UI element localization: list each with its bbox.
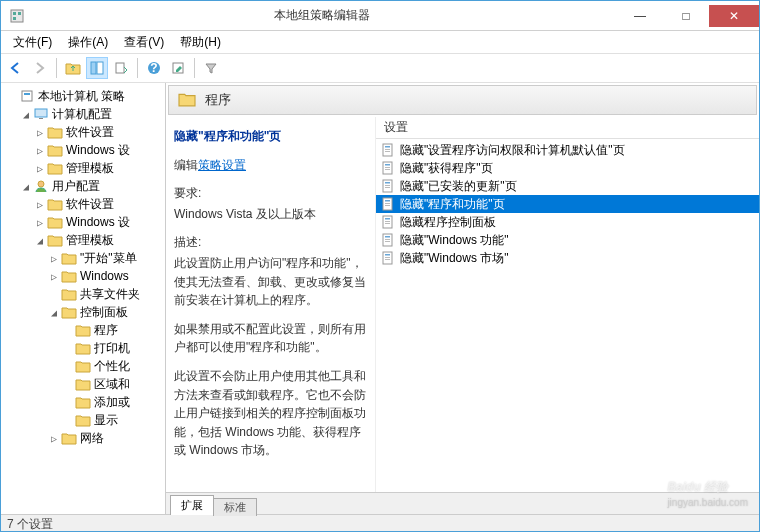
policy-item-icon [380,178,396,194]
tree-item[interactable]: ▷Windows [1,267,165,285]
list-row[interactable]: 隐藏程序控制面板 [376,213,759,231]
svg-rect-25 [385,185,390,186]
tree-item[interactable]: ▷管理模板 [1,159,165,177]
folder-icon [75,376,91,392]
tree-item[interactable]: ▷Windows 设 [1,213,165,231]
svg-rect-40 [385,254,390,256]
tree-item[interactable]: 显示 [1,411,165,429]
svg-rect-28 [385,200,390,202]
tree-expander[interactable]: ▷ [47,253,61,264]
tree-expander[interactable]: ▷ [33,163,47,174]
list-row[interactable]: 隐藏"已安装的更新"页 [376,177,759,195]
help-button[interactable]: ? [143,57,165,79]
svg-rect-1 [13,12,16,15]
list-row[interactable]: 隐藏"获得程序"页 [376,159,759,177]
menu-action[interactable]: 操作(A) [60,32,116,53]
section-header: 程序 [168,85,757,115]
tree-label: Windows 设 [66,214,130,231]
list-row[interactable]: 隐藏"Windows 市场" [376,249,759,267]
folder-icon [61,250,77,266]
tree-expander[interactable]: ▷ [47,433,61,444]
tree-label: 管理模板 [66,160,114,177]
tree-item[interactable]: ▷软件设置 [1,195,165,213]
description-text: 此设置不会防止用户使用其他工具和方法来查看或卸载程序。它也不会防止用户链接到相关… [174,367,367,460]
svg-rect-3 [13,17,16,20]
menu-bar: 文件(F) 操作(A) 查看(V) 帮助(H) [1,31,759,53]
maximize-button[interactable]: □ [663,5,709,27]
svg-rect-42 [385,259,390,260]
tree-item[interactable]: ▷Windows 设 [1,141,165,159]
tree-control-panel[interactable]: ◢控制面板 [1,303,165,321]
svg-rect-24 [385,182,390,184]
tree-expander[interactable]: ◢ [19,109,33,120]
tab-extended[interactable]: 扩展 [170,495,214,515]
tab-standard[interactable]: 标准 [213,498,257,516]
tree-item[interactable]: ▷"开始"菜单 [1,249,165,267]
folder-icon [47,196,63,212]
policy-item-icon [380,160,396,176]
list-row[interactable]: 隐藏"Windows 功能" [376,231,759,249]
filter-button[interactable] [200,57,222,79]
tree-admin-templates[interactable]: ◢管理模板 [1,231,165,249]
svg-point-14 [38,181,44,187]
tree-expander[interactable]: ◢ [47,307,61,318]
tree-expander[interactable]: ▷ [33,217,47,228]
tree-expander[interactable]: ▷ [47,271,61,282]
tree-item[interactable]: 个性化 [1,357,165,375]
tree-item[interactable]: 添加或 [1,393,165,411]
tree-item[interactable]: 共享文件夹 [1,285,165,303]
up-button[interactable] [62,57,84,79]
menu-help[interactable]: 帮助(H) [172,32,229,53]
tree-computer-config[interactable]: ◢计算机配置 [1,105,165,123]
edit-policy-link[interactable]: 策略设置 [198,158,246,172]
tree-expander[interactable]: ◢ [19,181,33,192]
list-row[interactable]: 隐藏"设置程序访问权限和计算机默认值"页 [376,141,759,159]
tree-expander[interactable]: ◢ [33,235,47,246]
svg-rect-37 [385,239,390,240]
show-hide-tree-button[interactable] [86,57,108,79]
tree-label: 打印机 [94,340,130,357]
folder-icon [47,214,63,230]
policy-icon [19,88,35,104]
list-row[interactable]: 隐藏"程序和功能"页 [376,195,759,213]
detail-pane: 程序 隐藏"程序和功能"页 编辑策略设置 要求: Windows Vista 及… [166,83,759,514]
folder-icon [47,232,63,248]
folder-icon [177,91,197,110]
app-icon [7,6,27,26]
menu-file[interactable]: 文件(F) [5,32,60,53]
column-label: 设置 [384,119,408,136]
description-text: 如果禁用或不配置此设置，则所有用户都可以使用"程序和功能"。 [174,320,367,357]
export-button[interactable] [110,57,132,79]
tree-label: 管理模板 [66,232,114,249]
tree-expander[interactable]: ▷ [33,145,47,156]
tree-item[interactable]: 区域和 [1,375,165,393]
close-button[interactable]: ✕ [709,5,759,27]
menu-view[interactable]: 查看(V) [116,32,172,53]
tree-root[interactable]: 本地计算机 策略 [1,87,165,105]
minimize-button[interactable]: — [617,5,663,27]
tree-item[interactable]: ▷软件设置 [1,123,165,141]
toolbar: ? [1,53,759,83]
tree-user-config[interactable]: ◢用户配置 [1,177,165,195]
tree-expander[interactable]: ▷ [33,199,47,210]
svg-rect-18 [385,151,390,152]
computer-icon [33,106,49,122]
tree-item[interactable]: ▷网络 [1,429,165,447]
svg-rect-12 [35,109,47,117]
status-text: 7 个设置 [7,516,53,532]
svg-rect-10 [22,91,32,101]
tree-item[interactable]: 打印机 [1,339,165,357]
properties-button[interactable] [167,57,189,79]
forward-button[interactable] [29,57,51,79]
folder-icon [61,268,77,284]
toolbar-separator [137,58,138,78]
list-item-label: 隐藏"程序和功能"页 [400,196,505,213]
column-header[interactable]: 设置 [376,117,759,139]
view-tabs: 扩展 标准 [166,492,759,514]
tree-label: Windows [80,269,129,283]
policy-item-icon [380,250,396,266]
back-button[interactable] [5,57,27,79]
tree-label: 本地计算机 策略 [38,88,125,105]
tree-programs[interactable]: 程序 [1,321,165,339]
tree-expander[interactable]: ▷ [33,127,47,138]
